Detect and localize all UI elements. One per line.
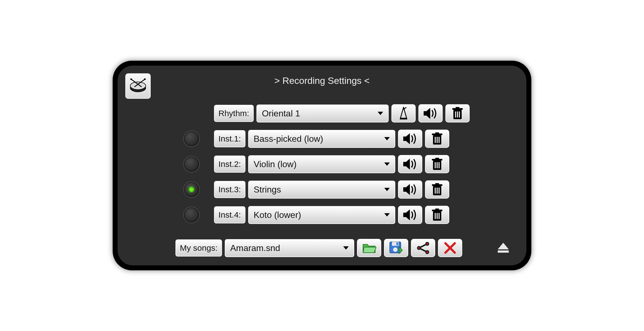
mysongs-select[interactable]: Amaram.snd [225,239,354,257]
instrument-3-volume-button[interactable] [398,180,422,199]
svg-rect-29 [439,162,440,168]
svg-rect-8 [400,118,407,119]
mysongs-label: My songs: [175,239,222,257]
instrument-4-volume-button[interactable] [398,206,422,224]
instrument-3-row: Inst.3: Strings [184,180,449,199]
page-title: > Recording Settings < [118,75,526,86]
chevron-down-icon [378,112,383,115]
instrument-3-label: Inst.3: [214,181,245,198]
instrument-3-value: Strings [254,185,281,195]
instrument-2-label: Inst.2: [214,156,245,173]
instrument-3-delete-button[interactable] [425,180,449,199]
instrument-2-delete-button[interactable] [425,155,449,173]
svg-rect-43 [439,213,440,219]
instrument-4-delete-button[interactable] [425,206,449,224]
svg-point-55 [426,251,428,253]
instrument-1-delete-button[interactable] [425,130,449,148]
rhythm-select[interactable]: Oriental 1 [256,105,389,122]
chevron-down-icon [384,162,390,166]
svg-rect-35 [437,188,438,194]
instrument-2-volume-button[interactable] [398,155,422,173]
instrument-1-value: Bass-picked (low) [254,134,323,144]
svg-point-47 [393,247,397,252]
settings-rows: Rhythm: Oriental 1 Inst.1: [184,104,449,231]
svg-rect-36 [439,188,440,194]
svg-line-51 [420,245,426,247]
svg-marker-58 [498,243,509,249]
svg-rect-28 [437,162,438,168]
chevron-down-icon [384,188,390,191]
instrument-1-row: Inst.1: Bass-picked (low) [184,130,449,148]
rhythm-value: Oriental 1 [262,108,300,119]
eject-icon[interactable] [497,242,510,253]
svg-point-53 [418,247,420,249]
phone-frame: > Recording Settings < Rhythm: Oriental … [113,61,531,270]
instrument-1-volume-button[interactable] [398,130,422,148]
rhythm-row: Rhythm: Oriental 1 [184,104,449,122]
instrument-3-select[interactable]: Strings [248,181,395,199]
open-folder-button[interactable] [357,239,381,257]
instrument-2-select[interactable]: Violin (low) [248,155,395,173]
instrument-3-radio[interactable] [184,182,199,197]
svg-rect-27 [435,162,436,168]
svg-rect-34 [435,188,436,194]
svg-rect-59 [498,250,509,253]
instrument-1-label: Inst.1: [214,130,245,147]
instrument-2-value: Violin (low) [254,159,297,169]
save-button[interactable] [384,239,408,257]
chevron-down-icon [343,246,349,250]
svg-point-54 [426,243,428,245]
svg-rect-20 [435,137,436,143]
rhythm-volume-button[interactable] [418,104,443,122]
svg-rect-19 [435,132,439,134]
instrument-1-radio[interactable] [184,131,199,146]
rhythm-label: Rhythm: [214,105,254,122]
svg-marker-9 [424,108,430,119]
svg-rect-33 [435,183,439,185]
svg-line-52 [420,249,426,251]
instrument-4-radio[interactable] [184,207,199,223]
footer-row: My songs: Amaram.snd [175,239,499,257]
svg-rect-40 [435,209,439,210]
svg-marker-23 [403,159,410,170]
instrument-2-radio[interactable] [184,156,199,172]
svg-rect-22 [439,137,440,143]
svg-rect-15 [459,111,460,118]
mysongs-value: Amaram.snd [230,243,280,253]
instrument-4-label: Inst.4: [214,206,245,223]
instrument-2-row: Inst.2: Violin (low) [184,155,449,173]
metronome-button[interactable] [391,104,416,122]
svg-rect-41 [435,213,436,219]
instrument-1-select[interactable]: Bass-picked (low) [248,130,395,148]
svg-rect-42 [437,213,438,219]
svg-marker-16 [403,133,410,144]
app-screen: > Recording Settings < Rhythm: Oriental … [118,66,526,265]
svg-rect-12 [456,107,459,108]
svg-marker-37 [403,209,410,220]
svg-marker-30 [403,184,410,195]
instrument-4-select[interactable]: Koto (lower) [248,206,395,224]
chevron-down-icon [384,137,390,140]
close-button[interactable] [438,239,462,257]
instrument-4-row: Inst.4: Koto (lower) [184,206,449,224]
svg-rect-13 [455,111,456,118]
svg-rect-21 [437,137,438,143]
svg-rect-26 [435,158,439,159]
instrument-4-value: Koto (lower) [254,210,301,220]
chevron-down-icon [384,213,390,217]
svg-rect-46 [396,242,398,245]
svg-rect-14 [457,111,458,118]
share-button[interactable] [411,239,435,257]
rhythm-delete-button[interactable] [445,104,470,122]
